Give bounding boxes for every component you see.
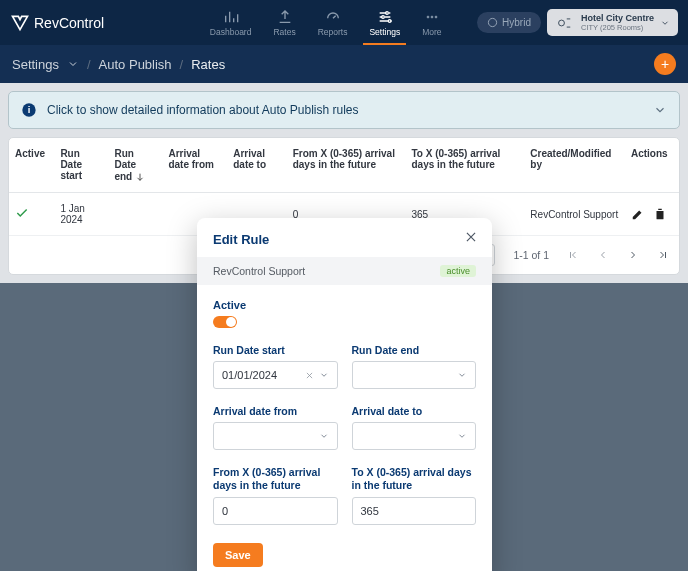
cell-run-end — [108, 193, 162, 236]
nav-dashboard[interactable]: Dashboard — [204, 7, 258, 39]
crumb-rates: Rates — [191, 57, 225, 72]
svg-point-4 — [431, 16, 433, 18]
cell-created-by: RevControl Support — [524, 193, 625, 236]
to-x-input[interactable] — [352, 497, 477, 525]
nav-rates[interactable]: Rates — [267, 7, 301, 39]
cell-run-start: 1 Jan 2024 — [54, 193, 108, 236]
th-arr-to[interactable]: Arrival date to — [227, 138, 286, 193]
arr-to-select[interactable] — [352, 422, 477, 450]
hotel-sub: CITY (205 Rooms) — [581, 23, 654, 32]
svg-point-1 — [381, 15, 384, 18]
modal-meta-row: RevControl Support active — [197, 257, 492, 285]
active-label: Active — [213, 299, 476, 311]
gauge-icon — [325, 9, 341, 25]
nav-settings[interactable]: Settings — [363, 7, 406, 39]
svg-point-7 — [559, 20, 565, 26]
crumb-settings[interactable]: Settings — [12, 57, 59, 72]
chevron-down-icon — [653, 103, 667, 117]
arrow-down-icon — [135, 172, 145, 182]
th-label: Run Date end — [114, 148, 136, 182]
th-active[interactable]: Active — [9, 138, 54, 193]
status-badge: active — [440, 265, 476, 277]
bar-chart-icon — [223, 9, 239, 25]
run-start-label: Run Date start — [213, 344, 338, 357]
modal-meta-user: RevControl Support — [213, 265, 305, 277]
crumb-auto-publish[interactable]: Auto Publish — [99, 57, 172, 72]
svg-text:i: i — [28, 105, 31, 115]
nav-label: More — [422, 27, 441, 37]
page-prev-icon[interactable] — [597, 249, 609, 261]
nav-label: Settings — [369, 27, 400, 37]
crumb-sep: / — [180, 57, 184, 72]
info-icon: i — [21, 102, 37, 118]
dots-icon — [424, 9, 440, 25]
chevron-down-icon — [319, 370, 329, 380]
from-x-label: From X (0-365) arrival days in the futur… — [213, 466, 338, 493]
nav-label: Dashboard — [210, 27, 252, 37]
check-icon — [15, 206, 29, 220]
nav-label: Reports — [318, 27, 348, 37]
hybrid-label: Hybrid — [502, 17, 531, 28]
active-toggle[interactable] — [213, 316, 237, 328]
th-run-start[interactable]: Run Date start — [54, 138, 108, 193]
close-icon[interactable] — [464, 230, 478, 244]
arr-from-label: Arrival date from — [213, 405, 338, 418]
run-end-select[interactable] — [352, 361, 477, 389]
run-start-value: 01/01/2024 — [222, 369, 305, 381]
nav-label: Rates — [273, 27, 295, 37]
to-x-label: To X (0-365) arrival days in the future — [352, 466, 477, 493]
th-arr-from[interactable]: Arrival date from — [162, 138, 227, 193]
add-rule-button[interactable]: + — [654, 53, 676, 75]
svg-point-2 — [388, 19, 391, 22]
svg-point-6 — [488, 18, 496, 26]
delete-icon[interactable] — [653, 207, 667, 221]
th-to-x[interactable]: To X (0-365) arrival days in the future — [406, 138, 525, 193]
chevron-down-icon — [457, 431, 467, 441]
clear-icon[interactable] — [305, 371, 314, 380]
hybrid-button[interactable]: Hybrid — [477, 12, 541, 33]
pager-range: 1-1 of 1 — [513, 249, 549, 261]
upload-icon — [277, 9, 293, 25]
hotel-logo-icon — [555, 16, 575, 30]
modal-title: Edit Rule — [213, 232, 476, 247]
page-last-icon[interactable] — [657, 249, 669, 261]
info-banner[interactable]: i Click to show detailed information abo… — [8, 91, 680, 129]
chevron-down-icon — [660, 18, 670, 28]
arr-from-select[interactable] — [213, 422, 338, 450]
th-run-end[interactable]: Run Date end — [108, 138, 162, 193]
chevron-down-icon — [457, 370, 467, 380]
crumb-sep: / — [87, 57, 91, 72]
arr-to-label: Arrival date to — [352, 405, 477, 418]
top-nav-menu: Dashboard Rates Reports Settings More — [204, 7, 448, 39]
hotel-name: Hotel City Centre — [581, 13, 654, 23]
from-x-input[interactable] — [213, 497, 338, 525]
nav-more[interactable]: More — [416, 7, 447, 39]
logo-icon — [10, 13, 30, 33]
sliders-icon — [377, 9, 393, 25]
hybrid-icon — [487, 17, 498, 28]
run-end-label: Run Date end — [352, 344, 477, 357]
top-nav: RevControl Dashboard Rates Reports Setti… — [0, 0, 688, 45]
save-button[interactable]: Save — [213, 543, 263, 567]
page-first-icon[interactable] — [567, 249, 579, 261]
nav-reports[interactable]: Reports — [312, 7, 354, 39]
run-start-select[interactable]: 01/01/2024 — [213, 361, 338, 389]
edit-icon[interactable] — [631, 207, 645, 221]
brand-text: RevControl — [34, 15, 104, 31]
th-from-x[interactable]: From X (0-365) arrival days in the futur… — [287, 138, 406, 193]
brand-logo[interactable]: RevControl — [10, 13, 104, 33]
breadcrumb-bar: Settings / Auto Publish / Rates + — [0, 45, 688, 83]
chevron-down-icon[interactable] — [67, 58, 79, 70]
svg-point-0 — [385, 11, 388, 14]
svg-point-5 — [435, 16, 437, 18]
page-next-icon[interactable] — [627, 249, 639, 261]
banner-text: Click to show detailed information about… — [47, 103, 359, 117]
th-created-by[interactable]: Created/Modified by — [524, 138, 625, 193]
th-actions: Actions — [625, 138, 679, 193]
hotel-selector[interactable]: Hotel City Centre CITY (205 Rooms) — [547, 9, 678, 36]
svg-point-3 — [427, 16, 429, 18]
chevron-down-icon — [319, 431, 329, 441]
edit-rule-modal: Edit Rule RevControl Support active Acti… — [197, 218, 492, 571]
